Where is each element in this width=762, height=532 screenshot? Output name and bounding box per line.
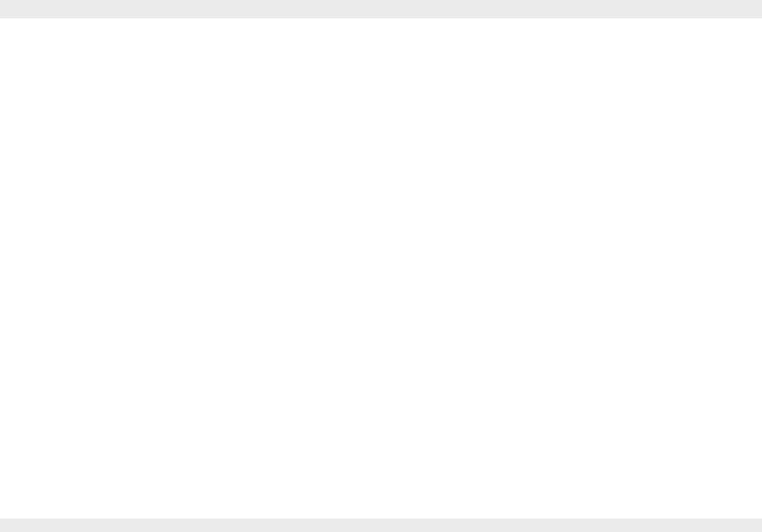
header-bar [0, 0, 762, 18]
footer-bar [0, 519, 762, 532]
qc-report-page: { "header": { "title": "2025-05-27: HAWK… [0, 0, 762, 532]
